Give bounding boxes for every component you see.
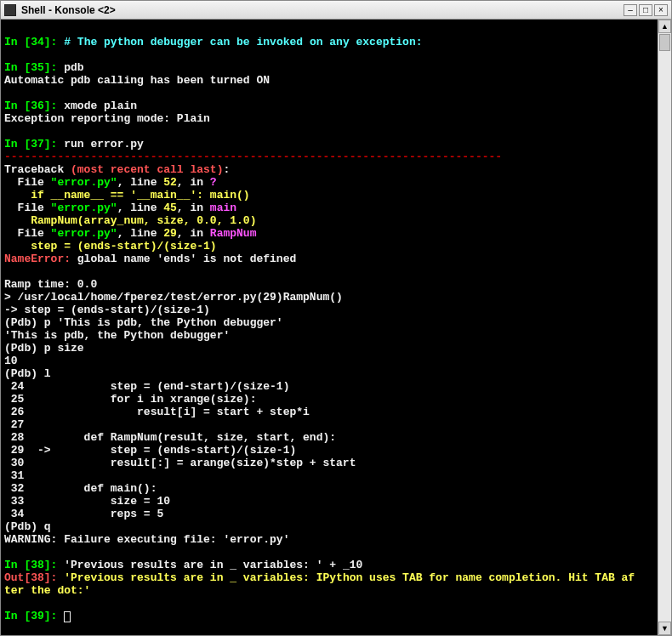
pdb-src: 32 def main(): — [4, 482, 157, 495]
tb-s: , line — [117, 202, 164, 214]
pdb-line: (Pdb) q — [4, 520, 51, 533]
prompt-in: In [36]: — [4, 99, 57, 112]
cursor — [64, 611, 71, 622]
pdb-src: 24 step = (end-start)/(size-1) — [4, 380, 289, 393]
konsole-window: Shell - Konsole <2> – □ × In [34]: # The… — [0, 0, 672, 636]
pdb-line: (Pdb) p size — [4, 342, 84, 355]
pdb-src: 27 — [4, 418, 57, 431]
scroll-down-button[interactable]: ▼ — [658, 622, 671, 635]
pdb-line: (Pdb) l — [4, 367, 51, 380]
cmd: run error.py — [64, 138, 144, 150]
pdb-src: 29 -> step = (ends-start)/(size-1) — [4, 444, 296, 457]
prompt-in: In [38]: — [4, 559, 57, 571]
out: Automatic pdb calling has been turned ON — [4, 74, 270, 87]
tb-src: step = (ends-start)/(size-1) — [4, 240, 217, 253]
err-name: NameError: — [4, 253, 71, 265]
tb-path: "error.py" — [51, 227, 117, 240]
window-title: Shell - Konsole <2> — [21, 4, 622, 16]
pdb-line: 'This is pdb, the Python debugger' — [4, 329, 230, 342]
tb-s: , in — [177, 176, 210, 189]
line: In [34]: # The python debugger can be in… — [4, 36, 635, 622]
pdb-line: -> step = (ends-start)/(size-1) — [4, 304, 210, 316]
tb-s: , line — [117, 176, 164, 189]
prompt-in: In [35]: — [4, 61, 57, 74]
pdb-src: 26 result[i] = start + step*i — [4, 406, 310, 418]
cmd: pdb — [64, 61, 83, 74]
tb-s: , in — [177, 227, 210, 240]
tb-path: "error.py" — [51, 202, 117, 214]
pdb-src: 33 size = 10 — [4, 495, 170, 508]
pdb-src: 30 result[:] = arange(size)*step + start — [4, 457, 356, 469]
pdb-src: 25 for i in xrange(size): — [4, 393, 256, 406]
tb-src: RampNum(array_num, size, 0.0, 1.0) — [4, 214, 256, 227]
out: Exception reporting mode: Plain — [4, 112, 210, 125]
pdb-src: 31 — [4, 469, 57, 482]
tb-fn: RampNum — [210, 227, 257, 240]
tb-file: File — [4, 202, 51, 214]
err-msg: global name 'ends' is not defined — [71, 253, 296, 265]
tb-header2: (most recent call last) — [71, 163, 223, 176]
pdb-line: > /usr/local/home/fperez/test/error.py(2… — [4, 291, 343, 304]
app-icon — [4, 4, 16, 16]
pdb-warn: WARNING: Failure executing file: 'error.… — [4, 533, 289, 546]
pdb-line: Ramp time: 0.0 — [4, 278, 97, 291]
tb-num: 45 — [163, 202, 177, 214]
tb-colon: : — [223, 163, 230, 176]
tb-s: , line — [117, 227, 164, 240]
content-area: In [34]: # The python debugger can be in… — [1, 20, 671, 635]
prompt-in: In [39]: — [4, 610, 57, 622]
tb-fn: main — [210, 202, 236, 214]
tb-fn: ? — [210, 176, 217, 189]
cmd: 'Previous results are in _ variables: ' … — [64, 559, 362, 571]
close-button[interactable]: × — [654, 4, 668, 16]
terminal[interactable]: In [34]: # The python debugger can be in… — [1, 20, 658, 635]
prompt-out: Out[38]: — [4, 571, 57, 584]
pdb-src: 34 reps = 5 — [4, 508, 163, 520]
titlebar[interactable]: Shell - Konsole <2> – □ × — [1, 1, 671, 20]
pdb-src: 28 def RampNum(result, size, start, end)… — [4, 431, 336, 444]
cmd: # The python debugger can be invoked on … — [64, 36, 422, 48]
cmd: xmode plain — [64, 99, 137, 112]
prompt-in: In [34]: — [4, 36, 57, 48]
pdb-line: 10 — [4, 355, 18, 367]
scroll-thumb[interactable] — [659, 34, 670, 51]
outval: 'Previous results are in _ variables: IP… — [4, 571, 635, 597]
prompt-in: In [37]: — [4, 138, 57, 150]
scroll-track[interactable] — [658, 33, 671, 622]
maximize-button[interactable]: □ — [639, 4, 652, 16]
pdb-line: (Pdb) p 'This is pdb, the Python debugge… — [4, 316, 283, 329]
tb-file: File — [4, 227, 51, 240]
scrollbar[interactable]: ▲ ▼ — [658, 20, 671, 635]
tb-num: 52 — [163, 176, 177, 189]
tb-path: "error.py" — [51, 176, 117, 189]
scroll-up-button[interactable]: ▲ — [658, 20, 671, 33]
tb-num: 29 — [163, 227, 177, 240]
tb-src: if __name__ == '__main__': main() — [4, 189, 250, 202]
dashes: ----------------------------------------… — [4, 150, 502, 163]
tb-file: File — [4, 176, 51, 189]
minimize-button[interactable]: – — [624, 4, 637, 16]
tb-s: , in — [177, 202, 210, 214]
tb-header: Traceback — [4, 163, 71, 176]
